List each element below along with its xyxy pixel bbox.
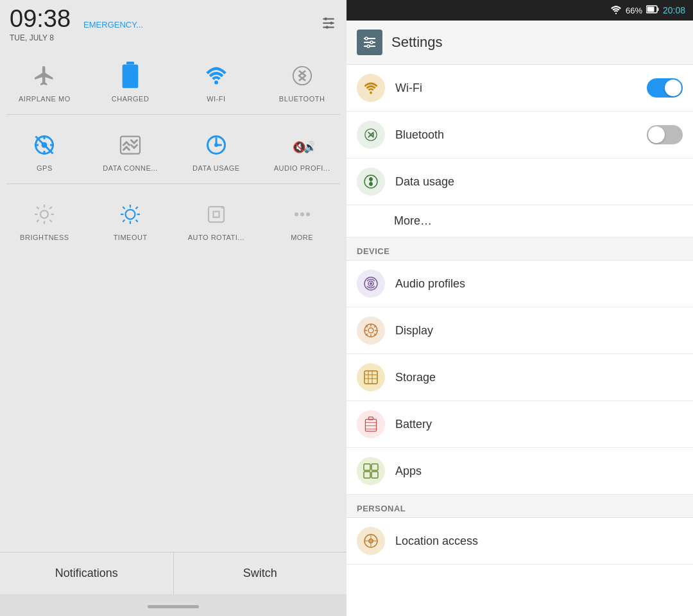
toggle-airplane[interactable]: AIRPLANE MO (3, 52, 86, 108)
settings-item-display[interactable]: Display (346, 307, 693, 354)
scroll-bar (148, 605, 199, 608)
wifi-icon (200, 60, 232, 92)
toggle-autorotate-label: AUTO ROTATI... (188, 234, 244, 241)
settings-header: Settings (346, 21, 693, 65)
svg-point-4 (330, 21, 332, 24)
wifi-settings-label: Wi-Fi (395, 81, 422, 95)
toggle-bluetooth[interactable]: BLUETOOTH (261, 52, 343, 108)
bluetooth-settings-label: Bluetooth (395, 128, 444, 142)
more-dots-icon (286, 198, 318, 230)
settings-item-datausage[interactable]: Data usage (346, 158, 693, 205)
svg-line-39 (136, 207, 138, 209)
tune-icon[interactable] (320, 15, 337, 35)
emergency-button[interactable]: EMERGENCY... (83, 20, 143, 30)
svg-point-8 (214, 81, 218, 85)
tab-notifications[interactable]: Notifications (0, 552, 174, 594)
dataconn-icon (114, 129, 146, 161)
settings-item-storage[interactable]: Storage (346, 354, 693, 401)
svg-line-37 (136, 220, 138, 222)
toggle-timeout-label: TIMEOUT (114, 234, 148, 241)
toggle-charged-label: CHARGED (112, 95, 150, 103)
svg-point-48 (365, 37, 368, 40)
toggle-more-label: MORE (291, 234, 313, 241)
svg-line-27 (37, 207, 39, 209)
battery-settings-label: Battery (395, 418, 432, 431)
svg-rect-71 (365, 419, 376, 431)
toggle-more[interactable]: MORE (261, 191, 343, 246)
wifi-status-icon (610, 5, 622, 16)
timeout-icon (114, 198, 146, 230)
settings-item-more[interactable]: More… (346, 205, 693, 237)
settings-title: Settings (391, 34, 443, 51)
wifi-toggle[interactable] (647, 78, 683, 98)
storage-settings-icon (357, 363, 385, 391)
brightness-icon (28, 198, 60, 230)
svg-line-38 (123, 220, 124, 222)
toggle-wifi[interactable]: WI-FI (175, 52, 258, 108)
svg-rect-7 (123, 64, 139, 88)
svg-point-5 (326, 26, 329, 28)
toggle-brightness[interactable]: BRIGHTNESS (3, 191, 86, 246)
gps-icon (28, 129, 60, 161)
svg-point-55 (370, 282, 372, 285)
bluetooth-settings-icon (357, 121, 385, 149)
scroll-indicator (0, 594, 346, 616)
settings-item-battery[interactable]: Battery (346, 401, 693, 448)
svg-point-9 (293, 67, 311, 85)
svg-rect-40 (209, 207, 224, 222)
settings-item-apps[interactable]: Apps (346, 448, 693, 495)
battery-settings-icon (357, 410, 385, 438)
notification-panel: 09:38 TUE, JULY 8 EMERGENCY... AIRPLA (0, 0, 346, 616)
toggle-timeout[interactable]: TIMEOUT (89, 191, 172, 246)
toggle-dataconn[interactable]: DATA CONNE... (89, 121, 172, 177)
autorotate-icon (200, 198, 232, 230)
settings-item-bluetooth[interactable]: Bluetooth (346, 112, 693, 158)
apps-settings-label: Apps (395, 465, 422, 478)
svg-point-44 (615, 12, 617, 13)
settings-header-icon (357, 30, 382, 55)
svg-point-42 (300, 212, 304, 216)
display-settings-label: Display (395, 324, 433, 338)
bluetooth-toggle-knob (648, 126, 665, 143)
svg-point-50 (367, 45, 370, 47)
svg-text:🔊: 🔊 (303, 141, 314, 154)
toggle-audioprofile[interactable]: 🔇 🔊 AUDIO PROFI... (261, 121, 343, 177)
toggle-gps[interactable]: GPS (3, 121, 86, 177)
svg-line-30 (50, 207, 52, 209)
svg-rect-47 (647, 7, 654, 12)
audioprofile-icon: 🔇 🔊 (286, 129, 318, 161)
bottom-tabs: Notifications Switch (0, 552, 346, 594)
location-settings-icon (357, 527, 385, 555)
status-bar-left: 09:38 TUE, JULY 8 EMERGENCY... (0, 0, 346, 46)
datausage-settings-label: Data usage (395, 175, 454, 189)
svg-line-29 (37, 220, 39, 222)
settings-item-location[interactable]: Location access (346, 518, 693, 565)
location-settings-label: Location access (395, 535, 478, 548)
svg-rect-76 (364, 464, 370, 470)
settings-item-wifi[interactable]: Wi-Fi (346, 65, 693, 112)
svg-rect-79 (372, 472, 378, 478)
status-icons: 66% 20:08 (610, 5, 685, 16)
svg-rect-46 (657, 8, 658, 11)
clock-time: 09:38 (10, 6, 71, 31)
svg-point-49 (370, 41, 373, 44)
apps-settings-icon (357, 457, 385, 485)
svg-rect-6 (126, 62, 134, 64)
svg-rect-77 (372, 464, 378, 470)
svg-point-3 (325, 17, 327, 20)
settings-item-audio[interactable]: Audio profiles (346, 261, 693, 307)
quick-toggles-row3: BRIGHTNESS TIMEOUT (0, 184, 346, 253)
audio-settings-label: Audio profiles (395, 277, 465, 291)
toggle-datausage[interactable]: DATA USAGE (175, 121, 258, 177)
date-display: TUE, JULY 8 (10, 33, 71, 42)
bluetooth-toggle[interactable] (647, 125, 683, 144)
battery-charged-icon (114, 60, 146, 92)
section-header-personal: PERSONAL (346, 495, 693, 518)
svg-point-51 (370, 92, 372, 94)
top-status-bar: 66% 20:08 (346, 0, 693, 21)
svg-point-22 (40, 210, 48, 218)
toggle-autorotate[interactable]: AUTO ROTATI... (175, 191, 258, 246)
toggle-charged[interactable]: CHARGED (89, 52, 172, 108)
tab-switch[interactable]: Switch (174, 552, 347, 594)
wifi-toggle-knob (665, 80, 681, 96)
